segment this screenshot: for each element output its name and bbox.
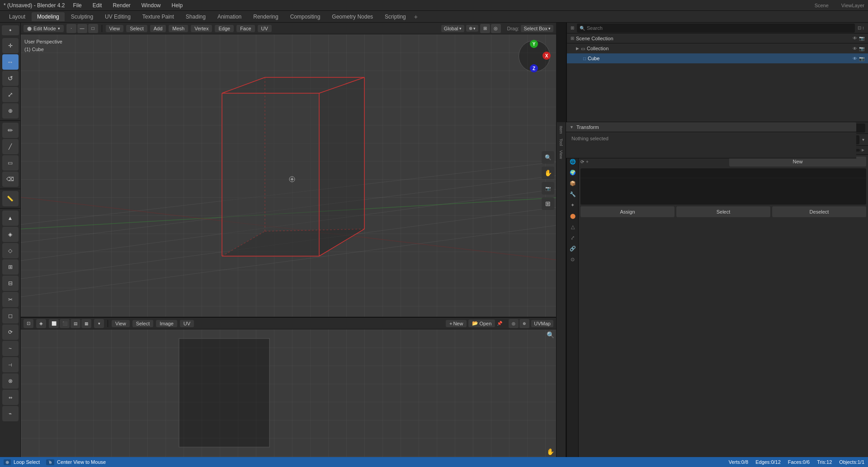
uv-overlay-btn[interactable]: ◎ (509, 319, 519, 328)
tab-scripting[interactable]: Scripting (379, 12, 411, 21)
uv-image-menu[interactable]: Image (156, 320, 177, 327)
tab-geometry-nodes[interactable]: Geometry Nodes (326, 12, 378, 21)
uv-gizmo-btn[interactable]: ⊕ (519, 319, 529, 328)
assign-btn[interactable]: Assign (580, 206, 675, 217)
tool-edge-slide[interactable]: ⊣ (2, 357, 19, 372)
tab-layout[interactable]: Layout (4, 12, 31, 21)
collection-row[interactable]: ▶ ▭ Collection 👁 📷 (567, 43, 868, 53)
tool-spin[interactable]: ⟳ (2, 324, 19, 340)
prop-icon-object[interactable]: 📦 (568, 178, 578, 188)
uv-layout-btn4[interactable]: ▦ (81, 319, 91, 328)
outliner-empty-space[interactable] (567, 63, 868, 122)
face-select-mode[interactable]: □ (88, 24, 98, 33)
uv-viewport[interactable]: 🔍 ✋ (21, 329, 556, 457)
uv-layout-btn[interactable]: ⬜ (49, 319, 59, 328)
prop-icon-data[interactable]: △ (568, 222, 578, 232)
tab-shading[interactable]: Shading (180, 12, 211, 21)
uv-select-menu[interactable]: Select (132, 320, 154, 327)
mesh-menu[interactable]: Mesh (169, 25, 188, 32)
tab-rendering[interactable]: Rendering (248, 12, 283, 21)
tool-tab[interactable]: Tool (558, 137, 564, 148)
menu-file[interactable]: File (70, 2, 84, 9)
uv-pin-btn[interactable]: 📌 (497, 321, 502, 326)
proportional-edit-btn[interactable]: ◎ (491, 24, 501, 33)
prop-icon-object-data[interactable]: ⊙ (568, 254, 578, 264)
tool-annotate[interactable]: ✏ (2, 123, 19, 138)
tab-sculpting[interactable]: Sculpting (66, 12, 99, 21)
add-workspace-btn[interactable]: + (414, 13, 418, 20)
uv-menu[interactable]: UV (258, 25, 272, 32)
tab-uv-editing[interactable]: UV Editing (99, 12, 136, 21)
uv-zoom-btn[interactable]: 🔍 (547, 331, 554, 338)
viewport-zoom-tool[interactable]: 🔍 (542, 151, 554, 164)
tool-shrink[interactable]: ⊗ (2, 373, 19, 389)
menu-render[interactable]: Render (110, 2, 133, 9)
prop-icon-particles[interactable]: ✦ (568, 200, 578, 210)
material-add-icon[interactable]: + (586, 159, 589, 164)
orientation-selector[interactable]: Global▾ (441, 25, 464, 32)
tool-bevel[interactable]: ◇ (2, 243, 19, 258)
uv-open-btn[interactable]: 📂Open (468, 319, 495, 327)
visibility-icon[interactable]: 👁 (853, 36, 857, 41)
edge-menu[interactable]: Edge (215, 25, 234, 32)
pivot-selector[interactable]: ⊕▾ (466, 25, 478, 32)
tool-shear[interactable]: ⌁ (2, 406, 19, 421)
tool-measure[interactable]: 📏 (2, 191, 19, 206)
uv-hand-btn[interactable]: ✋ (547, 448, 554, 455)
gizmo-z-axis[interactable]: Z (530, 64, 538, 72)
tool-loop-cut[interactable]: ⊞ (2, 259, 19, 275)
filter-icon[interactable]: ⊡ (858, 25, 861, 30)
drag-mode[interactable]: Select Box▾ (521, 25, 553, 32)
prop-icon-bone[interactable]: ⤤ (568, 233, 578, 243)
menu-edit[interactable]: Edit (90, 2, 105, 9)
tool-inset[interactable]: ◈ (2, 227, 19, 242)
material-sync-icon[interactable]: ⟳ (580, 159, 584, 164)
vertex-menu[interactable]: Vertex (191, 25, 212, 32)
uv-mode-icon[interactable]: ⊡ (24, 319, 33, 328)
tool-scale[interactable]: ⤢ (2, 87, 19, 102)
tool-smooth[interactable]: ~ (2, 341, 19, 356)
tool-push-pull[interactable]: ⇔ (2, 390, 19, 405)
cube-render-icon[interactable]: 📷 (859, 56, 864, 61)
prop-icon-constraint[interactable]: 🔗 (568, 243, 578, 253)
cube-visibility-icon[interactable]: 👁 (853, 56, 857, 61)
edge-select-mode[interactable]: — (77, 24, 87, 33)
material-slot-empty[interactable] (580, 168, 866, 178)
gizmo-circle[interactable]: X Y Z (519, 40, 550, 72)
gizmo-x-axis[interactable]: X (542, 52, 551, 60)
vertex-select-mode[interactable]: · (66, 24, 76, 33)
view-tab[interactable]: View (558, 148, 564, 161)
select-btn[interactable]: Select (676, 206, 770, 217)
collection-expand-icon[interactable]: ▶ (576, 46, 579, 51)
sort-icon[interactable]: ↕ (862, 25, 864, 30)
tab-modeling[interactable]: Modeling (32, 12, 65, 21)
snap-btn[interactable]: ⊞ (480, 24, 490, 33)
tool-cursor[interactable]: ✛ (2, 38, 19, 53)
col-visibility-icon[interactable]: 👁 (853, 46, 857, 51)
viewport-3d[interactable]: User Perspective (1) Cube X Y Z 🔍 ✋ 📷 ⊞ (21, 34, 556, 327)
uv-new-btn[interactable]: +New (446, 320, 467, 327)
prop-icon-modifier[interactable]: 🔧 (568, 189, 578, 199)
tool-knife[interactable]: ✂ (2, 292, 19, 307)
uv-layout-btn2[interactable]: ⬛ (60, 319, 70, 328)
tool-move[interactable]: ↔ (2, 54, 19, 70)
tool-poly-build[interactable]: ◻ (2, 308, 19, 324)
menu-window[interactable]: Window (139, 2, 164, 9)
viewport-hand-tool[interactable]: ✋ (542, 167, 554, 179)
deselect-btn[interactable]: Deselect (772, 206, 866, 217)
mode-selector[interactable]: ✦ (2, 25, 19, 35)
gizmo-y-axis[interactable]: Y (530, 40, 538, 48)
edit-mode-btn[interactable]: ⬤ Edit Mode ▾ (24, 25, 64, 32)
tool-rotate[interactable]: ↺ (2, 71, 19, 86)
item-tab[interactable]: Item (558, 124, 564, 136)
viewport-grid-tool[interactable]: ⊞ (542, 197, 554, 210)
viewport-camera-tool[interactable]: 📷 (542, 182, 554, 195)
uv-tool-icon[interactable]: ◈ (36, 319, 46, 328)
uv-layout-btn3[interactable]: ▤ (71, 319, 80, 328)
tab-animation[interactable]: Animation (212, 12, 247, 21)
uv-display-mode[interactable]: ▾ (94, 319, 104, 328)
tool-annotate-line[interactable]: ╱ (2, 139, 19, 154)
tool-offset-edge[interactable]: ⊟ (2, 276, 19, 291)
tool-extrude[interactable]: ▲ (2, 210, 19, 226)
add-menu[interactable]: Add (150, 25, 166, 32)
